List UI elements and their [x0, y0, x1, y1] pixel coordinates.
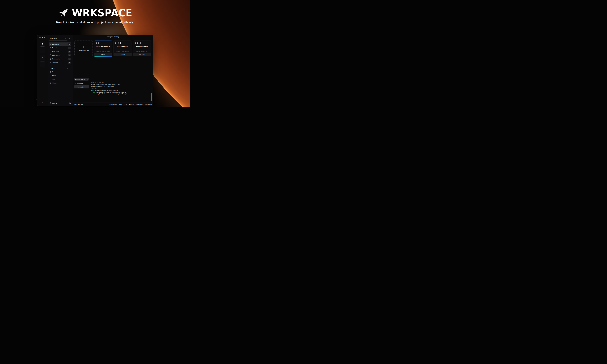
page: WRKSPACE Revolutionize installations and… [0, 0, 190, 107]
folder-icon [50, 71, 51, 73]
sidebar-item-label: Dashboard [52, 43, 68, 45]
count-badge: 9 [68, 58, 71, 60]
ram-usage: RAM 0.26 GB [109, 104, 117, 105]
terminal-output-line: Now using node v18.16.0 (npm v9.5.1) [91, 86, 152, 88]
workspace-switcher-m[interactable]: M [40, 48, 45, 53]
terminal-tab-label: wrkspace-website [75, 78, 86, 80]
space-selector[interactable]: Main Space [49, 37, 68, 40]
workspace-switcher-f[interactable]: F [40, 55, 45, 60]
space-main-button[interactable] [40, 41, 45, 47]
folder-icon [50, 78, 51, 80]
stars [0, 0, 0, 0]
log-segment: - [91, 91, 92, 93]
rocket-logo-icon [58, 7, 69, 19]
workspace-card-wrkspace-api[interactable]: WRKSPACE-APIOPENED 2 MINUTES AGOLAUNCH [114, 40, 132, 56]
terminal-output-line: $ next dev [91, 88, 152, 89]
folder-item-laravel[interactable]: Laravel [49, 70, 71, 74]
close-icon[interactable]: × [88, 86, 88, 88]
terminal-output-line: - ready started server on [::]:3000, url… [91, 91, 152, 93]
folder-icon [50, 82, 51, 84]
list-icon [96, 42, 97, 44]
folder-item-vue[interactable]: Vue [49, 78, 71, 81]
command-tabs: yarn build×nvm use &...× [74, 82, 89, 103]
terminal-icon [118, 42, 119, 44]
terminal-output-line: - event compiled client and server succe… [91, 93, 152, 95]
workspace-rail: MFC W [37, 35, 48, 106]
search-icon[interactable] [69, 38, 71, 40]
folder-list: LaravelReactVueOthers [49, 70, 71, 85]
workspace-name: WRKSPACE-WEBSITE [94, 46, 112, 47]
cpu-usage: CPU 3.93 % [119, 104, 127, 105]
terminal-panel: wrkspace-website × yarn build×nvm use &.… [73, 77, 153, 103]
log-segment: $ next dev [91, 88, 97, 89]
add-folder-button[interactable] [67, 68, 68, 69]
log-segment: Loaded env from /home/www/.env.local [94, 90, 118, 91]
log-segment: Now using node v18.16.0 (npm v9.5.1) [91, 86, 114, 87]
sidebar-item-label: Never used [52, 55, 68, 56]
workspace-card-icons [114, 41, 132, 44]
workspace-card-icons [133, 41, 151, 44]
sidebar-item-never-used[interactable]: Never used1 [49, 54, 71, 57]
sidebar-item-not-installed[interactable]: Not installed9 [49, 57, 71, 61]
collapse-folders-button[interactable] [69, 68, 71, 69]
sidebar-item-archived[interactable]: Archived3 [49, 61, 71, 65]
brand-wordmark: WRKSPACE [72, 8, 132, 18]
package-icon [98, 42, 100, 44]
workspace-cards: Create workspace WRKSPACE-WEBSITEOPENED … [73, 39, 153, 58]
command-tab-nvm-use[interactable]: nvm use &...× [74, 85, 89, 89]
close-icon[interactable]: × [88, 83, 88, 84]
launch-button[interactable]: LAUNCH [114, 53, 132, 56]
folder-item-react[interactable]: React [49, 74, 71, 77]
terminal-tabbar: wrkspace-website × [73, 78, 153, 81]
user-avatar[interactable]: W [40, 100, 45, 105]
sidebar-item-label: Favorites [52, 47, 68, 49]
folder-item-others[interactable]: Others [49, 81, 71, 85]
workspace-card-wrkspace-website[interactable]: WRKSPACE-WEBSITEOPENED 1 SECOND AGOSTOP [94, 40, 112, 56]
sidebar-item-label: Archived [52, 62, 68, 64]
window-title: Wrkspace Desktop [73, 35, 153, 39]
layout-dashboard-icon [50, 43, 51, 45]
log-segment: ready [92, 91, 95, 93]
stop-button[interactable]: STOP [94, 53, 112, 56]
terminal-output: nvm use && yarn devFound '/home/www/.nvm… [89, 82, 152, 103]
app-window: MFC W Main Space Dashboard20Favorites2Mo… [37, 35, 153, 106]
trending-up-icon [50, 51, 51, 52]
terminal-tab-wrkspace-website[interactable]: wrkspace-website × [74, 78, 89, 80]
sidebar: Main Space Dashboard20Favorites2Most use… [48, 35, 73, 106]
sidebar-item-dashboard[interactable]: Dashboard20 [49, 42, 71, 46]
sidebar-item-favorites[interactable]: Favorites2 [49, 46, 71, 50]
workspace-opened-ago: OPENED 1 SECOND AGO [94, 51, 112, 52]
settings-button[interactable]: Settings [49, 102, 71, 105]
sidebar-item-label: Not installed [52, 58, 68, 60]
log-segment: nvm use && yarn dev [91, 82, 104, 83]
workspace-card-wrkspace-blog[interactable]: WRKSPACE-BLOGOPENED 1 WEEK AGOLAUNCH [133, 40, 151, 56]
create-workspace-label: Create workspace [78, 50, 89, 51]
close-icon[interactable]: × [87, 78, 88, 80]
sidebar-item-most-used[interactable]: Most used12 [49, 50, 71, 53]
tagline: Revolutionize installations and project … [0, 21, 190, 24]
count-badge: 20 [68, 43, 71, 45]
folder-icon [50, 75, 51, 77]
star-icon [50, 47, 51, 49]
traffic-lights [37, 35, 48, 38]
terminal-scrollbar[interactable] [152, 93, 152, 102]
zoom-window-button[interactable] [44, 37, 45, 38]
folder-label: Others [52, 82, 71, 84]
workspace-opened-ago: OPENED 2 MINUTES AGO [114, 51, 132, 52]
workspace-switcher-c[interactable]: C [40, 61, 45, 67]
log-segment: started server on [::]:3000, url: http:/… [95, 91, 126, 93]
globe-icon [120, 42, 121, 44]
log-segment: event [92, 93, 95, 95]
space-selector-value: Main Space [50, 38, 65, 39]
command-tab-yarn-build[interactable]: yarn build× [74, 82, 89, 85]
launch-button[interactable]: LAUNCH [133, 53, 151, 56]
workspace-card-icons [94, 41, 112, 44]
count-badge: 1 [68, 54, 71, 56]
cloud-icon [50, 58, 51, 60]
count-badge: 2 [68, 47, 71, 49]
archive-icon [50, 62, 51, 64]
close-window-button[interactable] [40, 37, 40, 38]
minimize-window-button[interactable] [42, 37, 43, 38]
folder-label: React [52, 75, 71, 76]
create-workspace-card[interactable]: Create workspace [74, 40, 93, 56]
